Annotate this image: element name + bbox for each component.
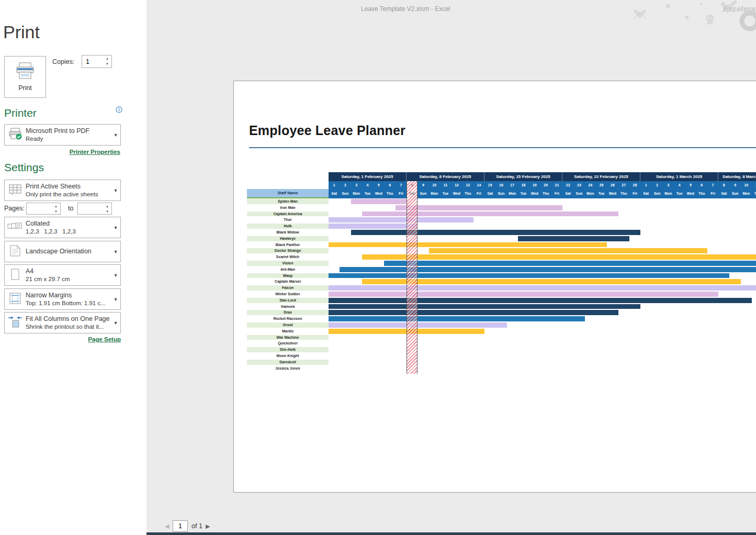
copies-spinner[interactable]: ▲ ▼	[104, 56, 110, 67]
gantt-day-number: 18	[518, 181, 529, 189]
spinner-up-icon[interactable]: ▲	[104, 56, 110, 61]
gantt-day-name: Sun	[573, 189, 584, 198]
gantt-leave-bar	[329, 242, 607, 248]
gantt-leave-bar	[351, 230, 641, 235]
setting-subtitle: 1,2,3 1,2,3 1,2,3	[26, 228, 111, 235]
info-icon[interactable]	[116, 106, 122, 113]
current-page-input[interactable]	[173, 521, 187, 531]
current-page-box[interactable]	[173, 520, 188, 532]
sheet-title: Employee Leave Planner	[249, 123, 405, 138]
spinner-up-icon[interactable]: ▲	[53, 204, 59, 209]
gantt-leave-bar	[384, 261, 756, 266]
setting-dropdown-collated[interactable]: Collated1,2,3 1,2,3 1,2,3▾	[4, 217, 121, 238]
gantt-row-label: Moon Knight	[247, 353, 329, 359]
gantt-leave-bar	[329, 310, 618, 315]
print-preview-region: Leave Template V2.xlsm - Excel Excelerat…	[146, 0, 756, 535]
gantt-row-label: Captain America	[247, 211, 329, 217]
gantt-staff-header: Staff Name	[247, 189, 329, 198]
gantt-day-number: 11	[752, 181, 756, 189]
previous-page-arrow[interactable]: ◀	[165, 523, 169, 530]
gantt-day-number: 4	[674, 181, 685, 189]
gantt-day-name: Wed	[451, 189, 462, 198]
gantt-day-number: 5	[685, 181, 696, 189]
gantt-row-label: War Machine	[247, 335, 329, 341]
spinner-down-icon[interactable]: ▼	[104, 61, 110, 66]
gantt-day-name: Mon	[507, 189, 518, 198]
gantt-leave-bar	[351, 199, 407, 204]
setting-dropdown-fit-all-columns-on-one-page[interactable]: Fit All Columns on One PageShrink the pr…	[4, 312, 121, 333]
setting-title: Landscape Orientation	[26, 248, 111, 255]
gantt-day-name: Tue	[362, 189, 373, 198]
pages-from-spinner[interactable]: ▲ ▼	[53, 204, 59, 215]
gantt-leave-bar	[329, 322, 507, 328]
spinner-down-icon[interactable]: ▼	[104, 209, 110, 214]
gantt-day-number: 3	[351, 181, 362, 189]
print-settings-panel: Print Print Copies: ▲ ▼ Printer	[0, 0, 146, 535]
gantt-row-label: Quicksilver	[247, 340, 329, 347]
excel-backstage-print-view: Leave Template V2.xlsm - Excel Excelerat…	[0, 0, 756, 535]
spinner-down-icon[interactable]: ▼	[53, 209, 59, 214]
gantt-leave-bar	[429, 248, 707, 253]
print-button[interactable]: Print	[4, 56, 46, 98]
gantt-day-name: Fri	[707, 189, 718, 198]
copies-stepper[interactable]: ▲ ▼	[82, 55, 112, 68]
pages-to-spinner[interactable]: ▲ ▼	[104, 204, 110, 215]
printer-selector-dropdown[interactable]: Microsoft Print to PDF Ready ▾	[4, 124, 121, 146]
gantt-day-name: Wed	[685, 189, 696, 198]
gantt-day-name: Mon	[663, 189, 674, 198]
chevron-down-icon: ▾	[111, 132, 120, 138]
pages-from-stepper[interactable]: ▲ ▼	[26, 203, 61, 215]
setting-subtitle: 21 cm x 29.7 cm	[26, 275, 111, 283]
print-button-label: Print	[5, 84, 46, 92]
setting-dropdown-landscape-orientation[interactable]: Landscape Orientation▾	[4, 241, 121, 262]
gantt-day-number: 2	[340, 181, 351, 189]
settings-section-heading: Settings	[4, 161, 44, 174]
spinner-up-icon[interactable]: ▲	[104, 204, 110, 209]
gantt-row-label: Doctor Strange	[247, 248, 329, 254]
setting-dropdown-print-active-sheets[interactable]: Print Active SheetsOnly print the active…	[4, 180, 121, 201]
watermark-brand-text: Excelerate	[723, 4, 756, 13]
scaling-icon	[5, 316, 26, 330]
pages-to-input[interactable]	[78, 204, 105, 214]
gantt-day-name: Fri	[396, 189, 407, 198]
gantt-day-number: 7	[707, 181, 718, 189]
gantt-row-label: Groot	[247, 322, 329, 328]
setting-title: Fit All Columns on One Page	[26, 315, 111, 323]
gantt-row-label: Drax	[247, 309, 329, 316]
chevron-down-icon: ▾	[111, 249, 120, 254]
gantt-day-name: Tue	[440, 189, 451, 198]
gantt-day-name: Sun	[418, 189, 428, 198]
gantt-leave-bar	[518, 236, 629, 241]
paper-size-icon	[5, 268, 26, 283]
next-page-arrow[interactable]: ▶	[206, 523, 210, 530]
gantt-day-number: 8	[718, 181, 729, 189]
setting-subtitle: Shrink the printout so that it...	[26, 323, 111, 330]
collated-icon	[5, 220, 26, 235]
gantt-day-name: Mon	[585, 189, 596, 198]
setting-dropdown-narrow-margins[interactable]: Narrow MarginsTop: 1.91 cm Bottom: 1.91 …	[4, 288, 121, 310]
setting-subtitle: Only print the active sheets	[26, 191, 111, 198]
gantt-day-number: 21	[551, 181, 562, 189]
gantt-day-number: 27	[618, 181, 629, 189]
gantt-row-label: Iron Man	[247, 205, 329, 211]
preview-horizontal-scrollbar[interactable]	[146, 532, 756, 535]
gantt-day-number: 3	[663, 181, 674, 189]
gantt-row-label: Jessica Jones	[247, 365, 329, 372]
page-setup-link[interactable]: Page Setup	[4, 336, 121, 342]
gantt-day-name: Sat	[718, 189, 729, 198]
gantt-day-number: 23	[573, 181, 584, 189]
pages-to-label: to	[68, 205, 73, 212]
printer-properties-link[interactable]: Printer Properties	[4, 149, 120, 155]
gantt-leave-bar	[340, 267, 756, 272]
pages-from-input[interactable]	[27, 204, 53, 214]
gantt-day-number: 26	[607, 181, 618, 189]
gantt-day-number: 10	[741, 181, 752, 189]
copies-input[interactable]	[83, 56, 105, 67]
pages-to-stepper[interactable]: ▲ ▼	[77, 203, 112, 215]
gantt-day-number: 9	[418, 181, 428, 189]
gantt-day-name: Sun	[495, 189, 506, 198]
printer-icon	[15, 62, 36, 81]
setting-dropdown-a4[interactable]: A421 cm x 29.7 cm▾	[4, 264, 121, 286]
gantt-day-name: Thu	[384, 189, 395, 198]
gantt-week-header: Saturday, 8 February 2025	[407, 172, 484, 181]
